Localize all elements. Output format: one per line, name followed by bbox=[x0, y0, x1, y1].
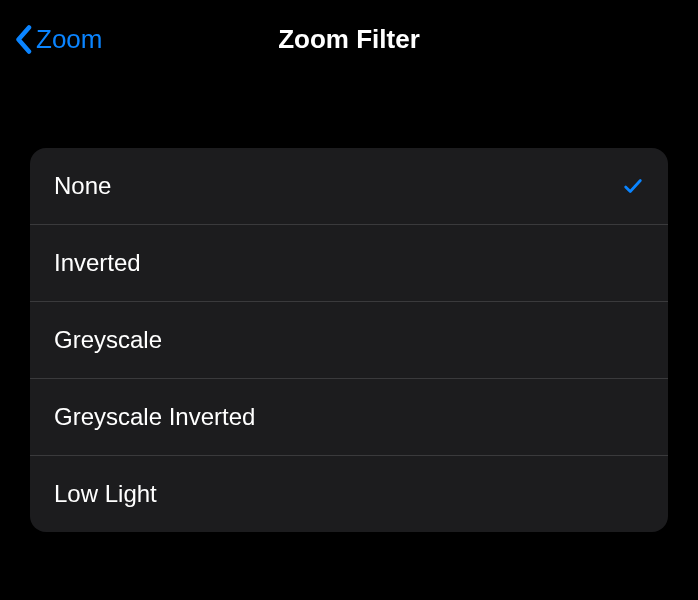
filter-option-inverted[interactable]: Inverted bbox=[30, 225, 668, 302]
filter-option-label: Greyscale Inverted bbox=[54, 403, 255, 431]
page-title: Zoom Filter bbox=[278, 24, 420, 55]
checkmark-icon bbox=[622, 175, 644, 197]
chevron-left-icon bbox=[14, 24, 32, 54]
filter-option-label: None bbox=[54, 172, 111, 200]
filter-option-label: Inverted bbox=[54, 249, 141, 277]
filter-option-label: Low Light bbox=[54, 480, 157, 508]
filter-option-none[interactable]: None bbox=[30, 148, 668, 225]
filter-option-greyscale[interactable]: Greyscale bbox=[30, 302, 668, 379]
filter-option-greyscale-inverted[interactable]: Greyscale Inverted bbox=[30, 379, 668, 456]
back-label: Zoom bbox=[36, 24, 102, 55]
header: Zoom Zoom Filter bbox=[0, 0, 698, 78]
filter-list: None Inverted Greyscale Greyscale Invert… bbox=[30, 148, 668, 532]
back-button[interactable]: Zoom bbox=[14, 24, 102, 55]
filter-option-label: Greyscale bbox=[54, 326, 162, 354]
filter-option-low-light[interactable]: Low Light bbox=[30, 456, 668, 532]
